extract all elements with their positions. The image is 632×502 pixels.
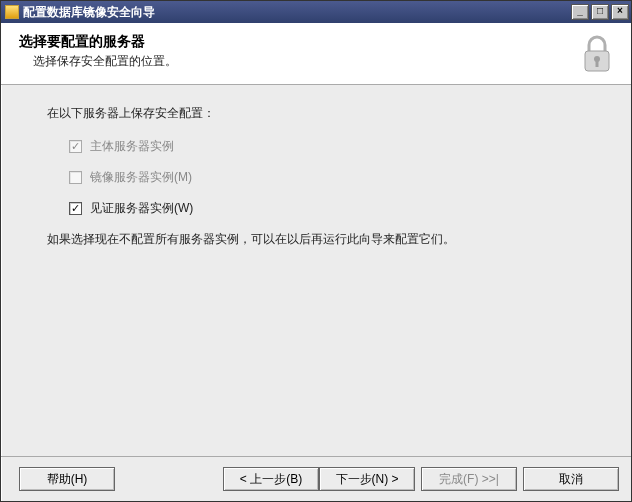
cancel-button[interactable]: 取消 — [523, 467, 619, 491]
title-bar: 配置数据库镜像安全向导 _ □ × — [1, 1, 631, 23]
options-group: ✓ 主体服务器实例 镜像服务器实例(M) ✓ 见证服务器实例(W) — [69, 138, 595, 217]
app-icon — [5, 5, 19, 19]
back-button[interactable]: < 上一步(B) — [223, 467, 319, 491]
option-mirror: 镜像服务器实例(M) — [69, 169, 595, 186]
maximize-button[interactable]: □ — [591, 4, 609, 20]
wizard-window: 配置数据库镜像安全向导 _ □ × 选择要配置的服务器 选择保存安全配置的位置。… — [0, 0, 632, 502]
label-mirror: 镜像服务器实例(M) — [90, 169, 192, 186]
page-subtitle: 选择保存安全配置的位置。 — [33, 53, 617, 70]
checkbox-mirror — [69, 171, 82, 184]
label-witness: 见证服务器实例(W) — [90, 200, 193, 217]
option-witness[interactable]: ✓ 见证服务器实例(W) — [69, 200, 595, 217]
content-area: 在以下服务器上保存安全配置： ✓ 主体服务器实例 镜像服务器实例(M) ✓ 见证… — [1, 85, 631, 456]
window-controls: _ □ × — [571, 4, 629, 20]
close-button[interactable]: × — [611, 4, 629, 20]
window-title: 配置数据库镜像安全向导 — [23, 4, 571, 21]
nav-buttons: < 上一步(B) 下一步(N) > — [223, 467, 415, 491]
hint-text: 如果选择现在不配置所有服务器实例，可以在以后再运行此向导来配置它们。 — [47, 231, 595, 248]
label-principal: 主体服务器实例 — [90, 138, 174, 155]
option-principal: ✓ 主体服务器实例 — [69, 138, 595, 155]
wizard-footer: 帮助(H) < 上一步(B) 下一步(N) > 完成(F) >>| 取消 — [1, 456, 631, 501]
page-title: 选择要配置的服务器 — [19, 33, 617, 51]
instruction-text: 在以下服务器上保存安全配置： — [47, 105, 595, 122]
minimize-button[interactable]: _ — [571, 4, 589, 20]
wizard-header: 选择要配置的服务器 选择保存安全配置的位置。 — [1, 23, 631, 85]
svg-rect-2 — [596, 60, 599, 67]
checkbox-witness[interactable]: ✓ — [69, 202, 82, 215]
checkbox-principal: ✓ — [69, 140, 82, 153]
lock-icon — [577, 33, 617, 77]
finish-button: 完成(F) >>| — [421, 467, 517, 491]
next-button[interactable]: 下一步(N) > — [319, 467, 415, 491]
help-button[interactable]: 帮助(H) — [19, 467, 115, 491]
